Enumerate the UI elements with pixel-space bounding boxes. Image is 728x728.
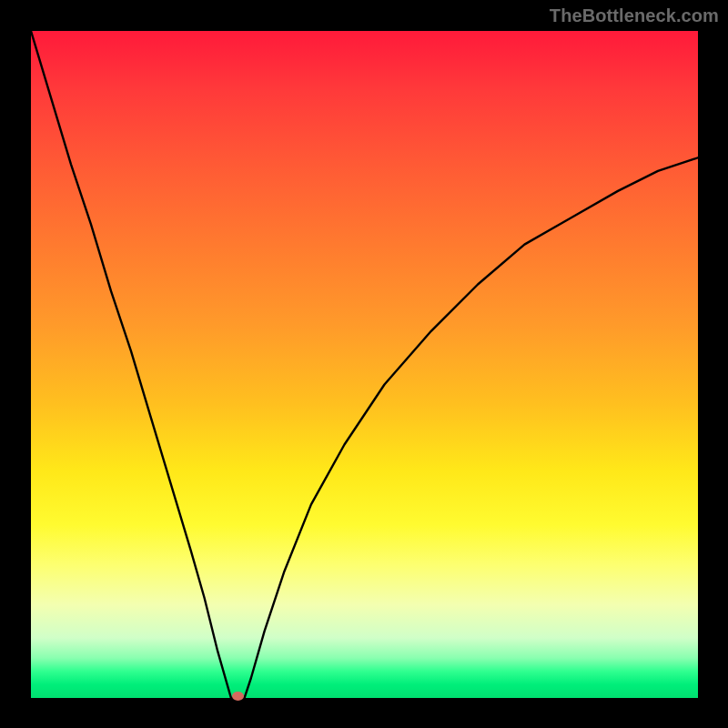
watermark-text: TheBottleneck.com (550, 5, 719, 26)
chart-frame: TheBottleneck.com (0, 0, 728, 728)
minimum-marker (232, 692, 244, 701)
bottleneck-curve (31, 31, 698, 698)
plot-area (31, 31, 698, 698)
